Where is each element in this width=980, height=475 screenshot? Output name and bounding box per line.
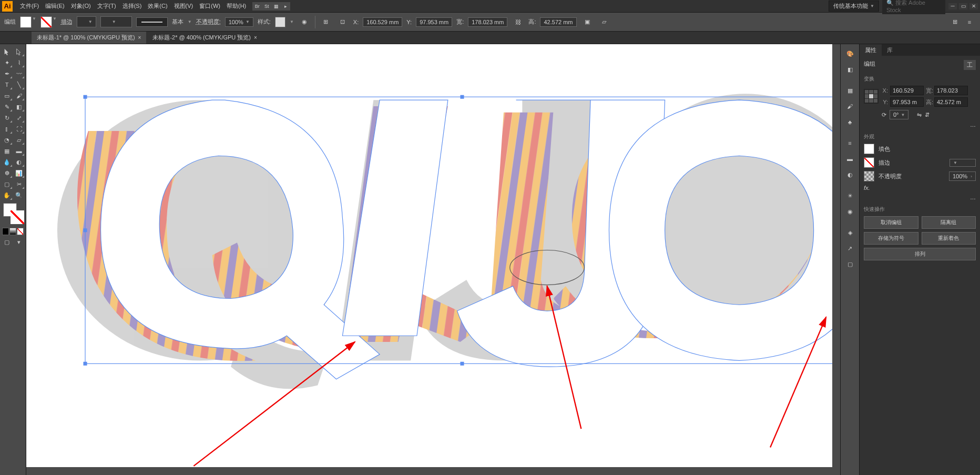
menu-effect[interactable]: 效果(C)	[145, 2, 170, 10]
menu-window[interactable]: 窗口(W)	[196, 2, 223, 10]
opacity-label[interactable]: 不透明度:	[196, 18, 221, 26]
mask-icon[interactable]: ▱	[598, 16, 610, 28]
color-guide-icon[interactable]: ◧	[842, 62, 859, 77]
x-input[interactable]: 160.529 mm	[363, 17, 402, 27]
document-tab-2[interactable]: 未标题-2* @ 400% (CMYK/GPU 预览) ×	[147, 32, 262, 44]
appearance-panel-icon[interactable]: ☀	[842, 188, 859, 203]
w-input[interactable]: 178.023 mm	[468, 17, 507, 27]
link-wh-icon[interactable]: ⛓	[512, 16, 524, 28]
direct-selection-tool[interactable]	[13, 46, 25, 57]
stroke-box[interactable]	[11, 210, 24, 224]
opacity-swatch[interactable]	[864, 171, 874, 181]
flip-v-icon[interactable]: ⇵	[925, 112, 930, 118]
eraser-tool[interactable]: ◧	[13, 102, 25, 112]
zoom-tool[interactable]: 🔍	[13, 190, 25, 200]
shaper-tool[interactable]: ✎	[1, 102, 13, 112]
rectangle-tool[interactable]: ▭	[1, 90, 13, 101]
color-panel-icon[interactable]: 🎨	[842, 46, 859, 61]
recolor-icon[interactable]: ◉	[298, 16, 311, 28]
curvature-tool[interactable]: 〰	[13, 68, 25, 79]
gradient-panel-icon[interactable]: ▬	[842, 151, 859, 166]
stroke-swatch[interactable]	[40, 16, 52, 28]
menu-file[interactable]: 文件(F)	[17, 2, 42, 10]
fill-swatch[interactable]	[20, 16, 32, 28]
window-minimize[interactable]: ─	[948, 3, 957, 9]
tab-close-icon[interactable]: ×	[138, 35, 141, 41]
recolor-button[interactable]: 重新着色	[922, 232, 976, 245]
width-tool[interactable]: ⫿	[1, 124, 13, 134]
gpu-icon[interactable]: ▸	[281, 2, 290, 11]
eyedropper-tool[interactable]: 💧	[1, 157, 13, 167]
opacity-input[interactable]: 100% ›	[949, 171, 976, 181]
gradient-tool[interactable]: ▬	[13, 146, 25, 156]
y-input[interactable]	[890, 97, 924, 107]
transform-icon[interactable]: ⊡	[336, 16, 349, 28]
opacity-value[interactable]: 100%▼	[225, 17, 253, 27]
menu-view[interactable]: 视图(V)	[171, 2, 197, 10]
type-tool[interactable]: T	[1, 79, 13, 90]
h-input[interactable]	[934, 97, 968, 107]
fx-label[interactable]: fx.	[864, 185, 870, 191]
brushes-panel-icon[interactable]: 🖌	[842, 99, 859, 114]
artboard-tool[interactable]: ▢	[1, 179, 13, 189]
hand-tool[interactable]: ✋	[1, 190, 13, 200]
rotate-tool[interactable]: ↻	[1, 113, 13, 123]
scale-tool[interactable]: ⤢	[13, 113, 25, 123]
menu-type[interactable]: 文字(T)	[94, 2, 119, 10]
panel-menu-icon[interactable]: ≡	[963, 16, 976, 28]
pen-tool[interactable]: ✒	[1, 68, 13, 79]
tab-properties[interactable]: 属性	[860, 44, 882, 56]
shape-builder-tool[interactable]: ◔	[1, 135, 13, 145]
tab-libraries[interactable]: 库	[882, 44, 898, 56]
menu-edit[interactable]: 编辑(E)	[42, 2, 68, 10]
graph-tool[interactable]: 📊	[13, 168, 25, 178]
graphic-styles-icon[interactable]: ◉	[842, 204, 859, 219]
window-close[interactable]: ✕	[969, 3, 978, 9]
workspace-switcher[interactable]: 传统基本功能 ▼	[829, 1, 879, 12]
artboards-panel-icon[interactable]: ▢	[842, 257, 859, 271]
fill-stroke-control[interactable]	[3, 203, 24, 224]
ungroup-button[interactable]: 取消编组	[864, 216, 918, 229]
style-swatch[interactable]	[275, 17, 285, 27]
canvas[interactable]	[26, 44, 832, 467]
save-symbol-button[interactable]: 存储为符号	[864, 232, 918, 245]
blend-tool[interactable]: ◐	[13, 157, 25, 167]
fill-dropdown[interactable]: ▼	[32, 16, 36, 28]
style-dropdown[interactable]: ▼	[290, 19, 294, 24]
document-tab-1[interactable]: 未标题-1* @ 100% (CMYK/GPU 预览) ×	[32, 32, 146, 44]
screen-mode-menu[interactable]: ▾	[13, 237, 25, 247]
brush-dropdown[interactable]: ▼	[188, 19, 192, 24]
transform-more[interactable]: …	[970, 122, 976, 128]
mesh-tool[interactable]: ▦	[1, 146, 13, 156]
magic-wand-tool[interactable]: ✦	[1, 57, 13, 68]
line-tool[interactable]: ╲	[13, 79, 25, 90]
extras-button[interactable]: 工	[964, 60, 976, 70]
stroke-swatch[interactable]	[864, 157, 874, 168]
isolate-icon[interactable]: ▣	[581, 16, 594, 28]
swatches-panel-icon[interactable]: ▦	[842, 83, 859, 98]
horizontal-scrollbar[interactable]	[26, 467, 832, 475]
slice-tool[interactable]: ✂	[13, 179, 25, 189]
color-mode-solid[interactable]	[2, 228, 9, 235]
stroke-dropdown[interactable]: ▼	[53, 16, 57, 28]
menu-select[interactable]: 选择(S)	[119, 2, 145, 10]
perspective-tool[interactable]: ▱	[13, 135, 25, 145]
flip-h-icon[interactable]: ⇋	[917, 112, 922, 118]
stroke-weight[interactable]: ▼	[77, 16, 96, 27]
rotate-input[interactable]: 0°▼	[890, 110, 908, 119]
x-input[interactable]	[890, 86, 924, 95]
h-input[interactable]: 42.572 mm	[540, 17, 576, 27]
arrange-button[interactable]: 排列	[864, 248, 976, 260]
stroke-panel-icon[interactable]: ≡	[842, 136, 859, 150]
tab-close-icon[interactable]: ×	[254, 35, 257, 41]
menu-help[interactable]: 帮助(H)	[223, 2, 249, 10]
symbols-panel-icon[interactable]: ♣	[842, 115, 859, 129]
free-transform-tool[interactable]: ⛶	[13, 124, 25, 134]
color-mode-none[interactable]	[17, 228, 24, 235]
reference-point[interactable]	[864, 89, 879, 104]
arrange-docs-icon[interactable]: ▦	[271, 2, 281, 11]
asset-export-icon[interactable]: ↗	[842, 241, 859, 256]
isolate-button[interactable]: 隔离组	[922, 216, 976, 229]
lasso-tool[interactable]: ⌇	[13, 57, 25, 68]
appearance-more[interactable]: …	[970, 194, 976, 200]
